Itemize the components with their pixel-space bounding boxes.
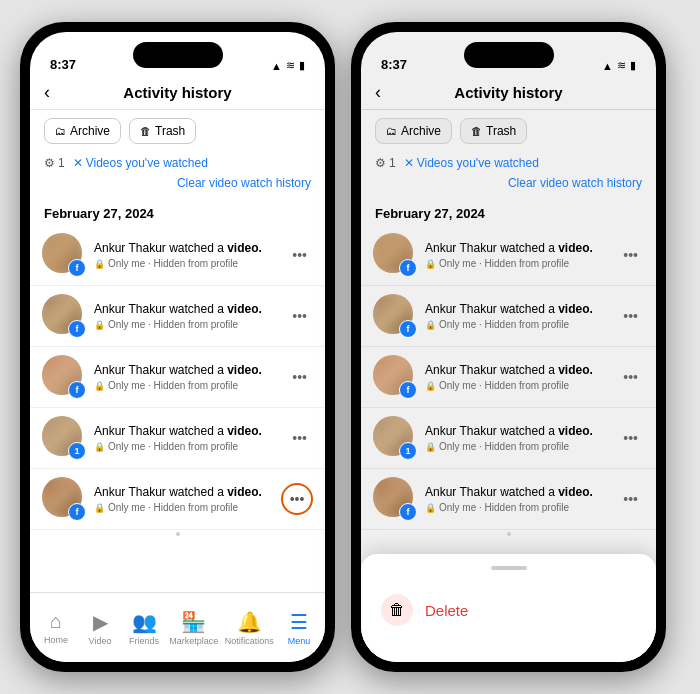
meta-text-left-0: Only me · Hidden from profile <box>108 258 238 269</box>
avatar-container-left-0: f <box>42 233 86 277</box>
archive-label-left: Archive <box>70 124 110 138</box>
activity-content-left-3: Ankur Thakur watched a video. 🔒 Only me … <box>94 424 278 453</box>
trash-action-icon-right: 🗑 <box>389 601 405 619</box>
avatar-badge-right-4: f <box>399 503 417 521</box>
more-button-left-1[interactable]: ••• <box>286 304 313 328</box>
activity-text-left-2: Ankur Thakur watched a video. <box>94 363 278 379</box>
lock-icon-right-0: 🔒 <box>425 259 436 269</box>
trash-icon-right: 🗑 <box>471 125 482 137</box>
dynamic-island-right <box>464 42 554 68</box>
tab-menu-left[interactable]: ☰ Menu <box>277 606 321 650</box>
page-title-right: Activity history <box>454 84 562 101</box>
more-button-left-3[interactable]: ••• <box>286 426 313 450</box>
activity-text-left-0: Ankur Thakur watched a video. <box>94 241 278 257</box>
activity-meta-left-1: 🔒 Only me · Hidden from profile <box>94 319 278 330</box>
lock-icon-left-3: 🔒 <box>94 442 105 452</box>
archive-button-right[interactable]: 🗂 Archive <box>375 118 452 144</box>
right-phone: 8:37 ▲ ≋ ▮ ‹ Activity history 🗂 Archive <box>351 22 666 672</box>
active-filter-bar-left: ⚙ 1 ✕ Videos you've watched <box>30 152 325 176</box>
avatar-badge-left-3: 1 <box>68 442 86 460</box>
activity-meta-right-3: 🔒 Only me · Hidden from profile <box>425 441 609 452</box>
avatar-badge-right-1: f <box>399 320 417 338</box>
trash-button-right[interactable]: 🗑 Trash <box>460 118 527 144</box>
meta-text-right-3: Only me · Hidden from profile <box>439 441 569 452</box>
tab-video-left[interactable]: ▶ Video <box>78 606 122 650</box>
signal-icon-right: ▲ <box>602 60 613 72</box>
more-button-left-0[interactable]: ••• <box>286 243 313 267</box>
active-filter-label-left: Videos you've watched <box>86 156 208 170</box>
scroll-indicator-right <box>361 530 656 538</box>
more-button-right-3[interactable]: ••• <box>617 426 644 450</box>
tab-marketplace-left[interactable]: 🏪 Marketplace <box>166 606 222 650</box>
avatar-container-right-3: 1 <box>373 416 417 460</box>
more-button-right-1[interactable]: ••• <box>617 304 644 328</box>
tab-friends-left[interactable]: 👥 Friends <box>122 606 166 650</box>
trash-icon-left: 🗑 <box>140 125 151 137</box>
scroll-indicator-left <box>30 530 325 538</box>
back-button-right[interactable]: ‹ <box>375 82 381 103</box>
activity-meta-right-4: 🔒 Only me · Hidden from profile <box>425 502 609 513</box>
close-chip-icon-right: ✕ <box>404 156 414 170</box>
avatar-container-right-1: f <box>373 294 417 338</box>
wifi-icon-right: ≋ <box>617 59 626 72</box>
delete-icon-right: 🗑 <box>381 594 413 626</box>
trash-button-left[interactable]: 🗑 Trash <box>129 118 196 144</box>
delete-label-right: Delete <box>425 602 468 619</box>
active-filter-bar-right: ⚙ 1 ✕ Videos you've watched <box>361 152 656 176</box>
more-button-left-2[interactable]: ••• <box>286 365 313 389</box>
clear-history-link-right[interactable]: Clear video watch history <box>361 176 656 198</box>
lock-icon-right-2: 🔒 <box>425 381 436 391</box>
meta-text-right-1: Only me · Hidden from profile <box>439 319 569 330</box>
home-label-left: Home <box>44 635 68 645</box>
battery-icon-left: ▮ <box>299 59 305 72</box>
activity-content-left-0: Ankur Thakur watched a video. 🔒 Only me … <box>94 241 278 270</box>
meta-text-right-4: Only me · Hidden from profile <box>439 502 569 513</box>
marketplace-icon-left: 🏪 <box>181 610 206 634</box>
video-label-left: Video <box>89 636 112 646</box>
tab-home-left[interactable]: ⌂ Home <box>34 606 78 649</box>
lock-icon-right-4: 🔒 <box>425 503 436 513</box>
active-filter-label-right: Videos you've watched <box>417 156 539 170</box>
clear-history-link-left[interactable]: Clear video watch history <box>30 176 325 198</box>
activity-content-right-3: Ankur Thakur watched a video. 🔒 Only me … <box>425 424 609 453</box>
activity-item-left-1: f Ankur Thakur watched a video. 🔒 Only m… <box>30 286 325 347</box>
avatar-container-right-0: f <box>373 233 417 277</box>
activity-content-left-2: Ankur Thakur watched a video. 🔒 Only me … <box>94 363 278 392</box>
more-button-right-4[interactable]: ••• <box>617 487 644 511</box>
lock-icon-right-3: 🔒 <box>425 442 436 452</box>
avatar-badge-left-2: f <box>68 381 86 399</box>
more-button-right-2[interactable]: ••• <box>617 365 644 389</box>
active-filter-chip-right[interactable]: ✕ Videos you've watched <box>404 156 539 170</box>
avatar-container-left-1: f <box>42 294 86 338</box>
tab-notifications-left[interactable]: 🔔 Notifications <box>222 606 278 650</box>
more-button-circle-left-4[interactable]: ••• <box>281 483 313 515</box>
lock-icon-left-1: 🔒 <box>94 320 105 330</box>
avatar-container-right-4: f <box>373 477 417 521</box>
archive-button-left[interactable]: 🗂 Archive <box>44 118 121 144</box>
activity-item-left-2: f Ankur Thakur watched a video. 🔒 Only m… <box>30 347 325 408</box>
friends-icon-left: 👥 <box>132 610 157 634</box>
back-button-left[interactable]: ‹ <box>44 82 50 103</box>
activity-item-left-0: f Ankur Thakur watched a video. 🔒 Only m… <box>30 225 325 286</box>
battery-icon-right: ▮ <box>630 59 636 72</box>
activity-text-left-1: Ankur Thakur watched a video. <box>94 302 278 318</box>
avatar-container-left-4: f <box>42 477 86 521</box>
activity-item-right-4: f Ankur Thakur watched a video. 🔒 Only m… <box>361 469 656 530</box>
active-filter-chip-left[interactable]: ✕ Videos you've watched <box>73 156 208 170</box>
menu-label-left: Menu <box>288 636 311 646</box>
scroll-dot-right <box>507 532 511 536</box>
activity-item-right-2: f Ankur Thakur watched a video. 🔒 Only m… <box>361 347 656 408</box>
close-chip-icon-left: ✕ <box>73 156 83 170</box>
activity-item-right-3: 1 Ankur Thakur watched a video. 🔒 Only m… <box>361 408 656 469</box>
avatar-badge-left-0: f <box>68 259 86 277</box>
activity-item-right-0: f Ankur Thakur watched a video. 🔒 Only m… <box>361 225 656 286</box>
tab-bar-left: ⌂ Home ▶ Video 👥 Friends 🏪 Marketplace 🔔 <box>30 592 325 662</box>
meta-text-left-3: Only me · Hidden from profile <box>108 441 238 452</box>
filter-bar-left: 🗂 Archive 🗑 Trash <box>30 110 325 152</box>
avatar-badge-right-2: f <box>399 381 417 399</box>
more-button-right-0[interactable]: ••• <box>617 243 644 267</box>
avatar-badge-left-4: f <box>68 503 86 521</box>
delete-action-right[interactable]: 🗑 Delete <box>361 582 656 638</box>
date-header-left: February 27, 2024 <box>30 198 325 225</box>
friends-label-left: Friends <box>129 636 159 646</box>
